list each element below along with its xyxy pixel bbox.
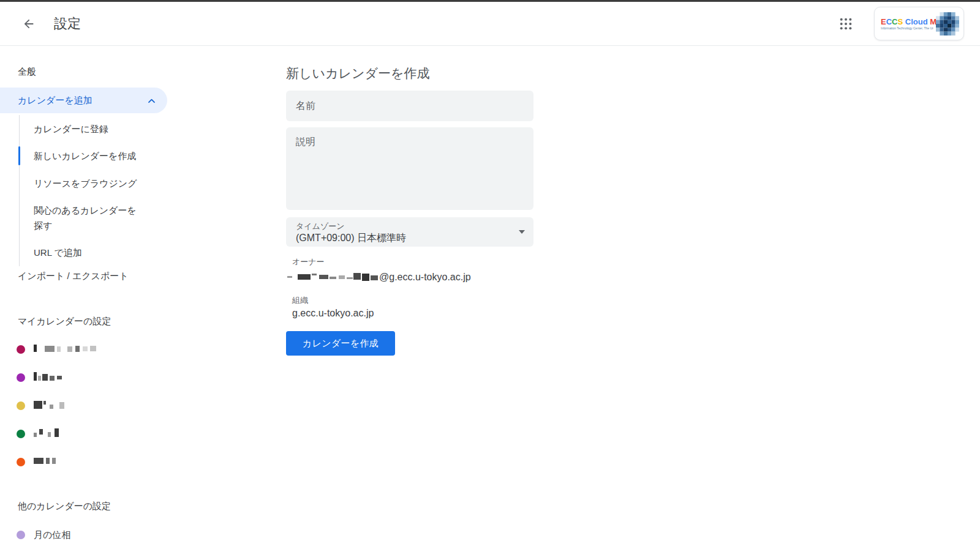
- my-calendar-item[interactable]: [0, 448, 270, 476]
- logo-subtitle: Information Technology Center, The Unive…: [881, 26, 933, 31]
- organization-label: 組織: [286, 295, 533, 306]
- my-calendar-item[interactable]: [0, 335, 270, 364]
- create-calendar-button[interactable]: カレンダーを作成: [286, 331, 395, 356]
- my-calendars-list: [0, 335, 270, 476]
- sidebar-item-general[interactable]: 全般: [0, 58, 270, 85]
- arrow-left-icon: [22, 17, 36, 31]
- calendar-color-dot: [17, 373, 25, 382]
- add-calendar-label: カレンダーを追加: [18, 95, 92, 106]
- calendar-description-input[interactable]: [286, 127, 533, 210]
- calendar-color-dot: [17, 345, 25, 354]
- calendar-color-dot: [17, 531, 25, 539]
- timezone-select[interactable]: タイムゾーン (GMT+09:00) 日本標準時: [286, 217, 533, 247]
- sidebar-item-import-export[interactable]: インポート / エクスポート: [0, 266, 270, 286]
- sidebar-item-add-calendar[interactable]: カレンダーを追加: [0, 88, 167, 113]
- calendar-color-dot: [17, 458, 25, 466]
- logo-text: ECCS Cloud Mail Information Technology C…: [881, 17, 933, 31]
- caret-down-icon: [519, 230, 525, 234]
- chevron-up-icon: [148, 98, 156, 103]
- add-calendar-sub-list: カレンダーに登録 新しいカレンダーを作成 リソースをブラウジング 関心のあるカレ…: [19, 115, 270, 266]
- google-apps-button[interactable]: [834, 12, 858, 36]
- user-avatar-pixelated: [936, 12, 959, 35]
- other-calendar-item-moon-phases[interactable]: 月の位相: [0, 521, 270, 549]
- sidebar-item-explore-calendars[interactable]: 関心のあるカレンダーを探す: [20, 197, 145, 239]
- redacted-calendar-name: [34, 343, 101, 356]
- google-apps-grid-icon: [839, 17, 853, 31]
- other-calendars-list: 月の位相: [0, 521, 270, 549]
- calendar-color-dot: [17, 430, 25, 438]
- sidebar-item-add-from-url[interactable]: URL で追加: [20, 239, 145, 266]
- organization-value: g.ecc.u-tokyo.ac.jp: [286, 308, 533, 319]
- page-title: 設定: [54, 15, 81, 33]
- redacted-calendar-name: [34, 455, 58, 469]
- calendar-name-input[interactable]: [286, 91, 533, 121]
- my-calendar-item[interactable]: [0, 392, 270, 420]
- calendar-name: 月の位相: [34, 529, 70, 541]
- redacted-calendar-name: [34, 399, 66, 413]
- panel-title: 新しいカレンダーを作成: [286, 65, 533, 81]
- timezone-label: タイムゾーン: [296, 222, 519, 231]
- sidebar-item-browse-resources[interactable]: リソースをブラウジング: [20, 170, 145, 197]
- create-calendar-panel: 新しいカレンダーを作成 タイムゾーン (GMT+09:00) 日本標準時 オーナ…: [286, 46, 533, 549]
- my-calendar-item[interactable]: [0, 420, 270, 448]
- owner-value: @g.ecc.u-tokyo.ac.jp: [286, 271, 533, 284]
- settings-sidebar: 全般 カレンダーを追加 カレンダーに登録 新しいカレンダーを作成 リソースをブラ…: [0, 46, 270, 549]
- settings-header: 設定 ECCS Cloud Mail Information Technolog…: [0, 2, 980, 46]
- redacted-calendar-name: [34, 427, 62, 441]
- logo-letter: E: [881, 17, 886, 26]
- back-button[interactable]: [17, 12, 41, 36]
- logo-word-cloud: Cloud: [905, 17, 928, 26]
- eccs-cloud-mail-logo[interactable]: ECCS Cloud Mail Information Technology C…: [874, 7, 964, 40]
- logo-letter: C: [886, 17, 892, 26]
- my-calendar-item[interactable]: [0, 364, 270, 392]
- sidebar-item-subscribe-to-calendar[interactable]: カレンダーに登録: [20, 115, 145, 142]
- logo-letter: S: [897, 17, 903, 26]
- owner-email-domain: @g.ecc.u-tokyo.ac.jp: [379, 272, 471, 283]
- sidebar-item-create-new-calendar[interactable]: 新しいカレンダーを作成: [20, 142, 145, 170]
- redacted-owner-email-local-part: [287, 271, 379, 284]
- timezone-value: (GMT+09:00) 日本標準時: [296, 231, 519, 244]
- calendar-color-dot: [17, 401, 25, 410]
- timezone-texts: タイムゾーン (GMT+09:00) 日本標準時: [296, 220, 519, 244]
- my-calendars-section-header: マイカレンダーの設定: [0, 312, 270, 331]
- redacted-calendar-name: [34, 371, 64, 384]
- other-calendars-section-header: 他のカレンダーの設定: [0, 496, 270, 516]
- logo-title: ECCS Cloud Mail: [881, 17, 933, 26]
- owner-label: オーナー: [286, 256, 533, 267]
